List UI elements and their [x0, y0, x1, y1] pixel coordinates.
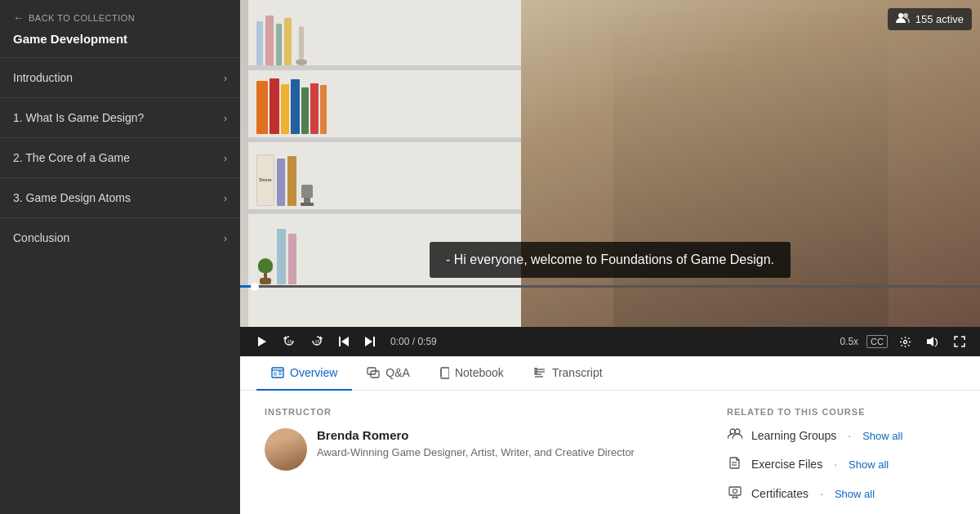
skip-forward-button[interactable]: [361, 334, 379, 349]
sidebar-item-label: 3. Game Design Atoms: [13, 191, 131, 204]
svg-marker-6: [341, 337, 349, 346]
sidebar-item-label: Conclusion: [13, 231, 69, 244]
sidebar-item-what-is-game-design[interactable]: 1. What Is Game Design? ›: [0, 97, 240, 137]
svg-point-35: [733, 489, 737, 494]
subtitle-text: - Hi everyone, welcome to Foundations of…: [446, 253, 774, 266]
instructor-title: Award-Winning Game Designer, Artist, Wri…: [317, 445, 635, 460]
svg-point-1: [903, 13, 908, 18]
sidebar-item-label: 1. What Is Game Design?: [13, 111, 144, 124]
instructor-name[interactable]: Brenda Romero: [317, 428, 635, 442]
tab-notebook-label: Notebook: [455, 366, 504, 379]
related-item-learning-groups: Learning Groups · Show all: [727, 428, 956, 443]
certificates-label: Certificates: [751, 487, 808, 500]
related-item-certificates: Certificates · Show all: [727, 485, 956, 502]
video-progress-container[interactable]: [240, 285, 980, 288]
instructor-info: Brenda Romero Award-Winning Game Designe…: [265, 428, 678, 471]
sidebar: ← BACK TO COLLECTION Game Development In…: [0, 0, 240, 514]
instructor-details: Brenda Romero Award-Winning Game Designe…: [317, 428, 635, 460]
instructor-background: [521, 0, 980, 327]
video-time: 0:00 / 0:59: [390, 336, 437, 347]
tabs-bar: Overview Q&A Notebook: [240, 356, 980, 391]
bookshelf-background: Done: [240, 0, 551, 327]
active-users-badge: 155 active: [888, 8, 972, 30]
fullscreen-button[interactable]: [951, 334, 969, 349]
learning-groups-show-all[interactable]: Show all: [862, 430, 902, 442]
video-container: Done: [240, 0, 980, 356]
svg-text:15: 15: [315, 339, 320, 344]
svg-rect-7: [373, 337, 375, 346]
avatar-image: [265, 428, 307, 471]
dot-separator-1: ·: [848, 429, 851, 442]
chevron-right-icon: ›: [224, 112, 227, 124]
chevron-right-icon: ›: [224, 72, 227, 84]
back-arrow-icon: ←: [13, 11, 24, 24]
tab-overview-label: Overview: [290, 366, 337, 379]
svg-rect-34: [729, 487, 741, 495]
volume-button[interactable]: [923, 334, 942, 349]
sidebar-item-introduction[interactable]: Introduction ›: [0, 57, 240, 97]
overview-content: INSTRUCTOR Brenda Romero Award-Winning G…: [240, 391, 980, 514]
svg-text:15: 15: [287, 339, 292, 344]
related-item-exercise-files: Exercise Files · Show all: [727, 456, 956, 472]
users-icon: [896, 12, 911, 26]
sidebar-item-conclusion[interactable]: Conclusion ›: [0, 217, 240, 257]
video-subtitle: - Hi everyone, welcome to Foundations of…: [430, 242, 791, 278]
cc-button[interactable]: CC: [866, 335, 888, 348]
dot-separator-2: ·: [834, 458, 837, 471]
sidebar-item-label: Introduction: [13, 71, 73, 84]
exercise-files-show-all[interactable]: Show all: [849, 458, 889, 471]
exercise-files-icon: [727, 456, 743, 472]
sidebar-item-game-design-atoms[interactable]: 3. Game Design Atoms ›: [0, 177, 240, 217]
settings-button[interactable]: [896, 334, 915, 350]
chevron-right-icon: ›: [224, 152, 227, 164]
forward-15-button[interactable]: 15: [307, 333, 327, 350]
progress-dot: [251, 283, 259, 291]
learning-groups-icon: [727, 428, 743, 443]
video-controls-bar: 15 15: [240, 327, 980, 356]
rewind-15-button[interactable]: 15: [279, 333, 299, 350]
main-content: Done: [240, 0, 980, 514]
tab-overview[interactable]: Overview: [256, 356, 352, 391]
time-total: 0:59: [417, 336, 436, 347]
instructor-section: INSTRUCTOR Brenda Romero Award-Winning G…: [265, 407, 678, 514]
speed-button[interactable]: 0.5x: [840, 336, 858, 347]
play-button[interactable]: [252, 333, 271, 350]
sidebar-item-label: 2. The Core of a Game: [13, 151, 130, 164]
svg-marker-2: [258, 337, 266, 346]
tab-qa-label: Q&A: [385, 366, 410, 379]
certificates-show-all[interactable]: Show all: [835, 488, 875, 500]
dot-separator-3: ·: [820, 487, 823, 500]
skip-back-button[interactable]: [335, 334, 353, 349]
active-users-count: 155 active: [915, 13, 964, 25]
svg-marker-8: [365, 337, 372, 346]
svg-point-30: [730, 429, 735, 434]
svg-rect-13: [274, 372, 277, 376]
tab-transcript[interactable]: Transcript: [519, 356, 617, 391]
time-current: 0:00: [390, 336, 409, 347]
related-section: RELATED TO THIS COURSE Learning Groups ·…: [727, 407, 956, 514]
svg-point-31: [735, 429, 740, 434]
related-section-label: RELATED TO THIS COURSE: [727, 407, 956, 417]
instructor-avatar[interactable]: [265, 428, 307, 471]
controls-right: 0.5x CC: [840, 334, 969, 350]
svg-point-9: [904, 340, 907, 343]
chevron-right-icon: ›: [224, 232, 227, 244]
back-to-collection-button[interactable]: ← BACK TO COLLECTION: [0, 0, 240, 29]
svg-marker-10: [927, 337, 933, 346]
certificates-icon: [727, 485, 743, 502]
sidebar-item-core-of-game[interactable]: 2. The Core of a Game ›: [0, 137, 240, 177]
tab-notebook[interactable]: Notebook: [425, 356, 519, 391]
video-frame[interactable]: Done: [240, 0, 980, 327]
learning-groups-label: Learning Groups: [751, 429, 836, 442]
collection-title: Game Development: [0, 29, 240, 57]
svg-rect-18: [441, 368, 449, 378]
tab-qa[interactable]: Q&A: [352, 356, 425, 391]
back-text: BACK TO COLLECTION: [29, 13, 135, 23]
video-progress-bar: [240, 285, 255, 288]
exercise-files-label: Exercise Files: [751, 458, 822, 471]
svg-point-0: [898, 13, 903, 18]
instructor-section-label: INSTRUCTOR: [265, 407, 678, 417]
tab-transcript-label: Transcript: [552, 366, 603, 379]
chevron-right-icon: ›: [224, 192, 227, 204]
svg-rect-5: [339, 337, 341, 346]
